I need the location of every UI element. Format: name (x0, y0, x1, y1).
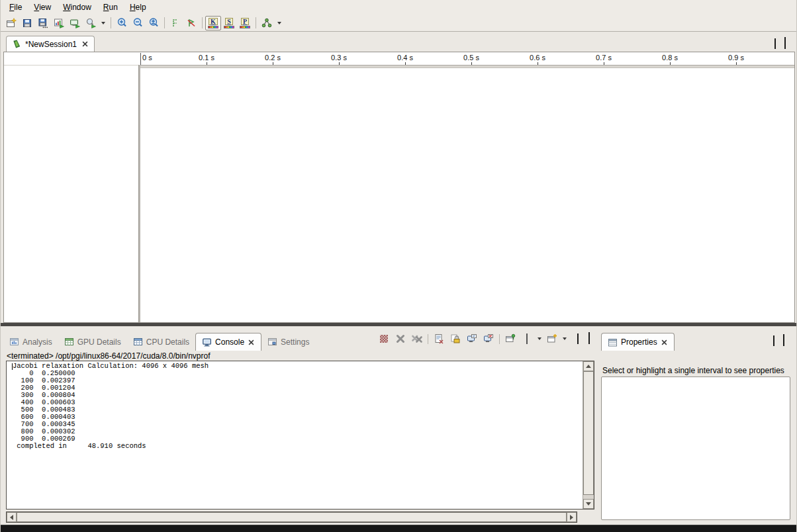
process-coloring-toggle[interactable]: P (237, 16, 253, 30)
remove-launch-button[interactable] (393, 332, 408, 345)
stream-coloring-toggle[interactable]: S (221, 16, 237, 30)
marker-flag-disabled-button[interactable] (183, 16, 199, 30)
tab-label: Settings (281, 337, 309, 347)
analysis-tree-button[interactable] (259, 16, 275, 30)
menu-window[interactable]: Window (57, 1, 97, 13)
minimize-editor-button[interactable] (774, 39, 776, 48)
zoom-out-button[interactable] (130, 16, 146, 30)
window-bottom-edge (1, 525, 796, 532)
scroll-lock-button[interactable] (448, 332, 463, 345)
console-vertical-scrollbar[interactable] (583, 361, 594, 509)
horizontal-scroll-thumb[interactable] (17, 512, 567, 522)
magnifier-run-button[interactable] (83, 16, 99, 30)
ruler-label: 0.4 s (397, 54, 413, 62)
console-icon (202, 337, 212, 347)
console-view: Analysis GPU Details CPU Details Console (1, 329, 597, 525)
clear-console-button[interactable] (432, 332, 446, 345)
save-as-button[interactable] (35, 16, 51, 30)
terminate-button[interactable] (377, 332, 391, 345)
close-icon[interactable] (248, 339, 255, 346)
scroll-left-button[interactable] (7, 512, 17, 522)
scroll-right-button[interactable] (567, 512, 577, 522)
show-stderr-console-icon (483, 333, 494, 344)
monitor-run-button[interactable] (67, 16, 83, 30)
open-console-button[interactable] (545, 332, 559, 345)
tab-label: GPU Details (77, 337, 121, 347)
remove-all-terminated-icon (412, 334, 422, 343)
zoom-reset-button[interactable] (146, 16, 162, 30)
text-caret (12, 363, 13, 370)
maximize-view-button[interactable] (783, 336, 784, 345)
ruler-label: 0.7 s (596, 54, 612, 62)
toolbar-separator (428, 334, 428, 344)
process-coloring-icon: P (240, 18, 250, 28)
analysis-tree-caret[interactable] (275, 16, 284, 30)
new-session-button[interactable] (3, 16, 19, 30)
display-selected-console-button[interactable] (520, 332, 534, 345)
arrow-down-icon (586, 502, 591, 506)
analysis-tree-icon (261, 18, 272, 28)
minimize-view-button[interactable] (577, 334, 579, 343)
menu-file[interactable]: File (3, 1, 28, 13)
open-console-caret[interactable] (561, 332, 568, 345)
maximize-editor-button[interactable] (784, 39, 786, 48)
zoom-in-icon (117, 17, 128, 28)
save-as-icon (38, 18, 48, 28)
menu-bar: File View Window Run Help (1, 0, 796, 15)
new-session-icon (6, 18, 17, 28)
session-icon (12, 39, 22, 49)
session-tab[interactable]: *NewSession1 (6, 36, 95, 52)
session-tab-label: *NewSession1 (25, 40, 77, 49)
chevron-down-icon (538, 337, 541, 340)
kernel-coloring-toggle[interactable]: K (205, 16, 221, 30)
maximize-view-button[interactable] (588, 334, 590, 343)
ruler-label: 0.2 s (265, 54, 281, 62)
tab-label: Analysis (23, 337, 52, 347)
console-line: 700 0.000345 (13, 421, 583, 428)
tab-analysis[interactable]: Analysis (3, 333, 58, 351)
console-line: 0 0.250000 (13, 370, 583, 377)
ruler-label: 0.5 s (463, 54, 479, 62)
close-icon[interactable] (661, 339, 668, 346)
tab-gpu-details[interactable]: GPU Details (58, 333, 127, 351)
horizontal-sash[interactable] (1, 323, 796, 326)
marker-f-button[interactable] (167, 16, 183, 30)
zoom-in-button[interactable] (114, 16, 130, 30)
scroll-up-button[interactable] (583, 361, 594, 371)
chevron-down-icon (101, 22, 105, 24)
pin-console-button[interactable] (503, 332, 518, 345)
console-horizontal-scrollbar[interactable] (6, 511, 577, 523)
menu-run[interactable]: Run (97, 1, 124, 13)
console-line: Jacobi relaxation Calculation: 4096 x 40… (13, 363, 583, 370)
tab-settings[interactable]: Settings (261, 333, 315, 351)
run-dropdown-caret[interactable] (99, 16, 108, 30)
tab-console[interactable]: Console (195, 333, 261, 351)
save-button[interactable] (19, 16, 35, 30)
maximize-icon (783, 334, 784, 346)
bar-chart-run-button[interactable] (51, 16, 67, 30)
timeline-header-band (140, 65, 794, 68)
console-text[interactable]: Jacobi relaxation Calculation: 4096 x 40… (7, 361, 583, 509)
scroll-down-button[interactable] (583, 499, 594, 509)
close-icon[interactable] (81, 40, 89, 48)
menu-help[interactable]: Help (124, 1, 152, 13)
monitor-run-icon (70, 18, 80, 28)
timeline-vertical-sash[interactable] (138, 65, 140, 322)
tab-properties[interactable]: Properties (601, 333, 675, 351)
display-console-caret[interactable] (536, 332, 543, 345)
zoom-out-icon (132, 17, 144, 28)
show-stdout-console-button[interactable] (465, 332, 479, 345)
vertical-scroll-thumb[interactable] (583, 371, 594, 495)
arrow-right-icon (570, 515, 573, 520)
menu-view[interactable]: View (28, 1, 57, 13)
remove-all-terminated-button[interactable] (410, 332, 424, 345)
show-stderr-console-button[interactable] (481, 332, 496, 345)
toolbar-separator (164, 17, 165, 28)
tab-cpu-details[interactable]: CPU Details (127, 333, 195, 351)
console-output[interactable]: Jacobi relaxation Calculation: 4096 x 40… (6, 361, 594, 510)
chevron-down-icon (563, 337, 567, 340)
timeline-ruler[interactable]: 0 s0.1 s0.2 s0.3 s0.4 s0.5 s0.6 s0.7 s0.… (140, 54, 796, 63)
main-toolbar: K S P (1, 15, 796, 32)
scroll-lock-icon (450, 333, 461, 344)
minimize-view-button[interactable] (773, 336, 774, 345)
